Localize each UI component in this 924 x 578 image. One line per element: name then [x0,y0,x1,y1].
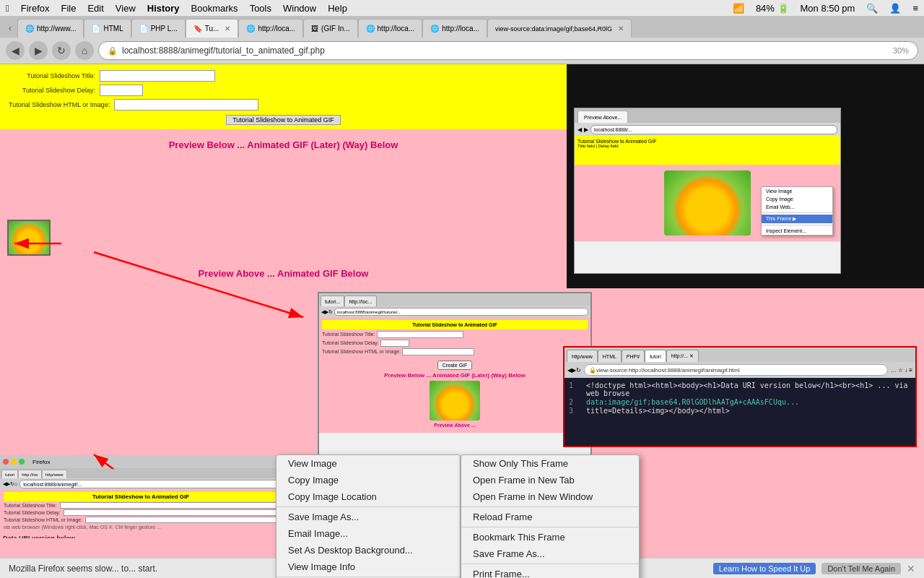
tab-4[interactable]: 🌐 http://loca... [238,19,303,38]
sub-open-frame-window[interactable]: Open Frame in New Window [461,488,639,505]
ctx-set-desktop[interactable]: Set As Desktop Background... [276,542,460,558]
right-panel: Preview Above... ◀ ▶ localhost:8888/... … [567,64,924,288]
tab-2[interactable]: 📄 PHP L... [131,19,186,38]
menu-bookmarks[interactable]: Bookmarks [191,3,238,14]
sc-fwd: ▶ [584,126,588,133]
sub-div-3 [461,564,639,564]
form-label-2: Tutorial Slideshow HTML or Image: [9,101,110,108]
wifi-icon: 📶 [733,3,744,14]
tab-favicon-7: 🌐 [430,25,439,33]
source-line-2: 2 data:image/gif;base64,R0lGODlhAATgA+cA… [569,398,911,406]
sc-menu-view-image: View Image [762,187,832,195]
address-bar[interactable]: 🔒 localhost:8888/animegif/tutorial_to_an… [98,41,918,60]
menu-extra-icon[interactable]: ≡ [912,3,918,14]
bf-title-bar: Firefox [0,455,282,468]
page-body: Preview Below ... Animated GIF (Later) (… [0,129,567,160]
data-uri-text: via web browser (Windows right-click, Ma… [4,525,278,530]
reload-button[interactable]: ↻ [52,41,71,60]
url-text: localhost:8888/animegif/tutorial_to_anim… [122,46,889,56]
tab-0[interactable]: 🌐 http://www... [17,19,84,38]
sc-context-menu: View Image Copy Image Email Web... This … [761,186,833,236]
bf-window-title: Firefox [32,459,50,465]
sc-toolbar: ◀ ▶ localhost:8888/... [575,123,840,136]
menu-tools[interactable]: Tools [250,3,271,14]
tab-favicon-6: 🌐 [366,25,375,33]
learn-speed-button[interactable]: Learn How to Speed It Up [713,563,816,574]
menu-help[interactable]: Help [328,3,347,14]
tab-favicon-4: 🌐 [246,25,255,33]
menu-history[interactable]: History [147,3,180,14]
dont-tell-button[interactable]: Don't Tell Me Again [821,563,901,574]
tab-5[interactable]: 🖼 (GIF In... [303,19,357,38]
form-input-title[interactable] [100,70,215,82]
mid-frame: tutori... http://loc... ◀▶↻ localhost:88… [318,292,592,458]
ctx-save-image-as[interactable]: Save Image As... [276,509,460,525]
tab-scroll-left[interactable]: ‹ [3,19,17,38]
sc-tab: Preview Above... [578,111,628,123]
menu-file[interactable]: File [61,3,76,14]
form-input-html[interactable] [114,99,258,111]
tab-close-3[interactable]: ✕ [225,25,230,33]
bf-tabs: tutori http://loc http/www [0,468,282,478]
mid-frame-row-0: Tutorial Slideshow Title: [322,331,588,338]
search-icon[interactable]: 🔍 [866,3,878,14]
ctx-copy-image-location[interactable]: Copy Image Location [276,488,460,505]
sub-open-frame-tab[interactable]: Open Frame in New Tab [461,472,639,488]
bf-row-title: Tutorial Slideshow Title: [4,502,278,509]
mid-frame-row-2: Tutorial Slideshow HTML or Image: [322,348,588,355]
tab-favicon-2: 📄 [139,25,148,33]
yellow-header: Tutorial Slideshow Title: Tutorial Slide… [0,64,567,129]
sub-bookmark-frame[interactable]: Bookmark This Frame [461,529,639,545]
data-uri-title: Data URI version below [0,533,282,538]
forward-button[interactable]: ▶ [29,41,48,60]
apple-logo[interactable]:  [6,3,9,14]
tab-6[interactable]: 🌐 http://loca... [358,19,423,38]
ctx-view-image[interactable]: View Image [276,455,460,472]
status-message: Mozilla Firefox seems slow... to... star… [9,564,157,574]
menu-firefox[interactable]: Firefox [21,3,50,14]
sub-div-1 [461,506,639,507]
tab-favicon-3: 🔖 [193,25,202,33]
sub-show-only-frame[interactable]: Show Only This Frame [461,455,639,472]
lock-icon: 🔒 [108,46,118,56]
tab-7[interactable]: 🌐 http://loca... [422,19,487,38]
bf-row-delay: Tutorial Slideshow Delay: [4,509,278,516]
tab-close-source[interactable]: ✕ [618,25,624,33]
page-subtitle-1: Preview Below ... Animated GIF (Later) (… [9,139,558,150]
menu-edit[interactable]: Edit [87,3,103,14]
tab-3[interactable]: 🔖 Tu... ✕ [186,19,239,38]
status-right: Learn How to Speed It Up Don't Tell Me A… [713,563,915,574]
tab-favicon-5: 🖼 [311,25,318,33]
battery-icon: 84% 🔋 [756,3,789,14]
sc-menu-thisframe: This Frame ▶ [762,215,832,223]
form-input-delay[interactable] [100,85,143,96]
source-tabs: http/www HTML PHP# tutori http://... ✕ [565,348,915,362]
close-notification[interactable]: ✕ [907,563,915,574]
ctx-view-image-info[interactable]: View Image Info [276,558,460,575]
sub-div-2 [461,527,639,527]
back-button[interactable]: ◀ [6,41,25,60]
home-button[interactable]: ⌂ [75,41,94,60]
mid-frame-yellow: Tutorial Slideshow to Animated GIF [322,320,588,329]
tab-1[interactable]: 📄 HTML [84,19,131,38]
submenu-frame: Show Only This Frame Open Frame in New T… [461,454,640,578]
tab-bar: ‹ 🌐 http://www... 📄 HTML 📄 PHP L... 🔖 Tu… [0,16,924,38]
user-icon[interactable]: 👤 [889,3,901,14]
screenshot-tabs: Preview Above... [575,108,840,123]
sc-back: ◀ [578,126,582,133]
ctx-copy-image[interactable]: Copy Image [276,472,460,488]
menu-window[interactable]: Window [283,3,316,14]
tab-source[interactable]: view-source:data:image/gif;base64,R0lG..… [487,19,632,38]
sc-menu-copy-image: Copy Image [762,195,832,203]
create-gif-button[interactable]: Tutorial Slideshow to Animated GIF [226,115,341,125]
ctx-email-image[interactable]: Email Image... [276,525,460,542]
thumbnail-small [7,220,51,256]
bf-content: Tutorial Slideshow to Animated GIF Tutor… [0,490,282,533]
menu-view[interactable]: View [116,3,136,14]
sub-reload-frame[interactable]: Reload Frame [461,509,639,525]
bf-tab-2: http/www [42,470,67,478]
bf-min-dot [11,459,17,465]
sc-flower [664,171,751,236]
sub-save-frame[interactable]: Save Frame As... [461,545,639,562]
sub-print-frame[interactable]: Print Frame... [461,566,639,578]
